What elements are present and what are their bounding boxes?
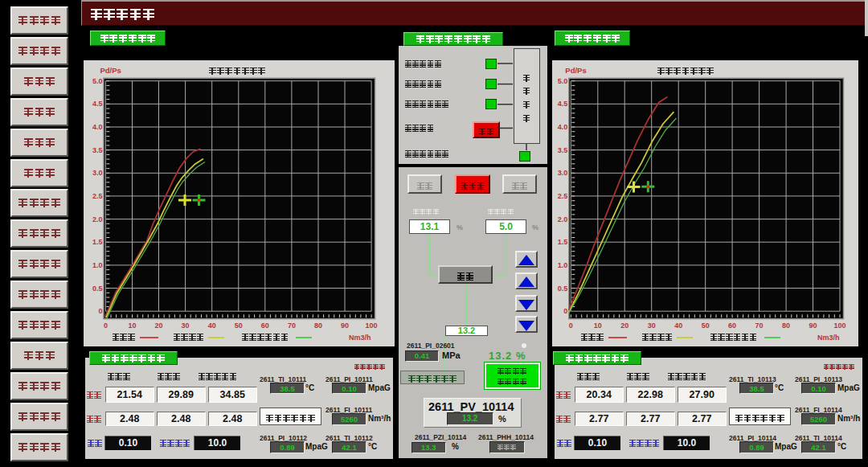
svg-text:60: 60 xyxy=(261,322,269,330)
svg-text:0: 0 xyxy=(569,322,573,330)
svg-text:3.5: 3.5 xyxy=(92,146,103,154)
svg-text:20: 20 xyxy=(154,322,162,330)
svg-text:1.0: 1.0 xyxy=(558,261,568,269)
svg-text:5.0: 5.0 xyxy=(558,77,568,85)
svg-text:1.5: 1.5 xyxy=(558,238,568,246)
svg-text:20: 20 xyxy=(620,322,628,330)
svg-text:2.5: 2.5 xyxy=(92,192,103,200)
svg-text:60: 60 xyxy=(728,322,736,330)
svg-text:10: 10 xyxy=(128,322,136,330)
svg-text:40: 40 xyxy=(208,322,216,330)
svg-text:1.0: 1.0 xyxy=(92,261,103,269)
svg-text:0: 0 xyxy=(98,307,102,315)
svg-text:70: 70 xyxy=(288,322,296,330)
svg-text:0: 0 xyxy=(104,322,108,330)
svg-text:3.0: 3.0 xyxy=(92,169,103,177)
svg-text:5.0: 5.0 xyxy=(92,77,103,85)
svg-text:3.0: 3.0 xyxy=(558,169,568,177)
svg-text:100: 100 xyxy=(833,322,845,330)
svg-text:40: 40 xyxy=(674,322,682,330)
svg-text:2.0: 2.0 xyxy=(558,215,568,223)
svg-text:2.0: 2.0 xyxy=(92,215,103,223)
svg-text:1.5: 1.5 xyxy=(92,238,103,246)
svg-text:4.0: 4.0 xyxy=(558,123,568,131)
svg-text:0: 0 xyxy=(563,307,567,315)
svg-text:70: 70 xyxy=(755,322,764,330)
svg-text:Pd/Ps: Pd/Ps xyxy=(565,66,586,75)
svg-text:90: 90 xyxy=(809,322,817,330)
svg-text:Nm3/h: Nm3/h xyxy=(817,334,840,342)
svg-text:30: 30 xyxy=(182,322,190,330)
svg-text:80: 80 xyxy=(314,322,322,330)
svg-text:80: 80 xyxy=(782,322,790,330)
svg-text:10: 10 xyxy=(594,322,602,330)
svg-text:Pd/Ps: Pd/Ps xyxy=(100,66,121,75)
svg-text:2.5: 2.5 xyxy=(558,192,568,200)
svg-text:100: 100 xyxy=(366,322,378,330)
svg-text:3.5: 3.5 xyxy=(558,146,568,154)
svg-text:0.5: 0.5 xyxy=(558,285,568,293)
svg-text:4.0: 4.0 xyxy=(92,123,103,131)
svg-text:30: 30 xyxy=(648,322,656,330)
svg-text:50: 50 xyxy=(702,322,710,330)
svg-text:50: 50 xyxy=(235,322,243,330)
svg-text:4.5: 4.5 xyxy=(558,100,568,108)
svg-text:4.5: 4.5 xyxy=(92,100,103,108)
svg-text:90: 90 xyxy=(341,322,349,330)
svg-text:Nm3/h: Nm3/h xyxy=(349,334,371,342)
svg-text:0.5: 0.5 xyxy=(92,285,103,293)
